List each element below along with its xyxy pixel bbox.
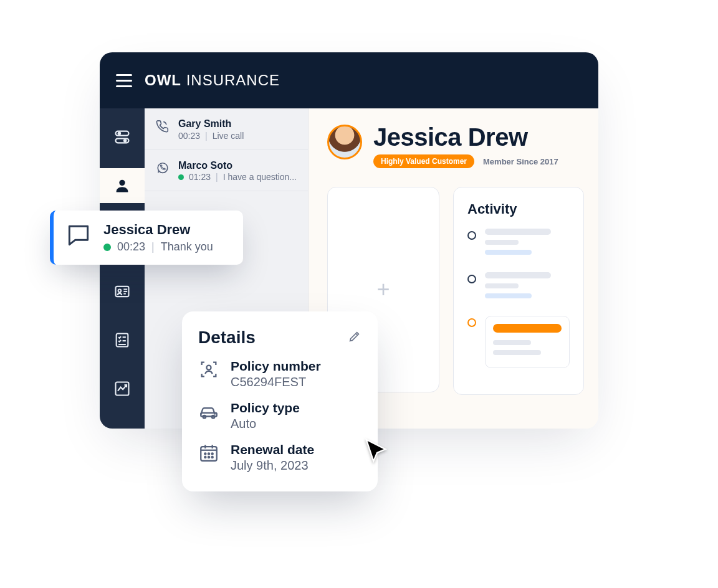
person-scan-icon (198, 359, 219, 380)
svg-point-26 (212, 453, 213, 455)
activity-panel: Activity (453, 187, 584, 395)
detail-row: Policy number C56294FEST (198, 359, 361, 389)
avatar (327, 125, 362, 159)
svg-point-29 (212, 457, 213, 458)
sidebar-item-chart[interactable] (100, 371, 145, 406)
selected-conversation-name: Jessica Drew (103, 222, 213, 238)
svg-point-6 (118, 290, 122, 293)
selected-conversation-meta: 00:23 | Thank you (103, 240, 213, 254)
detail-value: C56294FEST (231, 375, 321, 389)
svg-point-27 (204, 457, 206, 458)
brand-rest: INSURANCE (181, 72, 280, 88)
online-dot-icon (103, 244, 111, 251)
svg-point-3 (124, 140, 127, 142)
activity-item[interactable] (467, 316, 570, 368)
profile-name: Jessica Drew (373, 125, 558, 149)
svg-point-28 (208, 457, 209, 458)
bullet-icon (467, 275, 476, 283)
details-title: Details (198, 328, 256, 348)
svg-point-4 (119, 180, 125, 186)
menu-icon[interactable] (116, 74, 132, 87)
conversation-name: Marco Soto (178, 160, 297, 171)
conversation-meta: 00:23 | Live call (178, 131, 297, 141)
cursor-icon (363, 437, 391, 466)
online-dot-icon (178, 174, 184, 180)
conversation-item[interactable]: Gary Smith 00:23 | Live call (145, 108, 308, 150)
conversation-meta: 01:23 | I have a question... (178, 172, 297, 182)
svg-point-25 (208, 453, 209, 455)
car-icon (198, 401, 219, 422)
calendar-icon (198, 442, 219, 463)
plus-icon: + (376, 277, 390, 303)
chat-icon (64, 222, 93, 249)
detail-value: Auto (231, 417, 300, 431)
detail-row: Renewal date July 9th, 2023 (198, 442, 361, 473)
phone-icon (156, 120, 170, 133)
activity-item[interactable] (467, 272, 570, 303)
svg-point-24 (204, 453, 206, 455)
brand-title: OWL INSURANCE (145, 72, 280, 89)
activity-item[interactable] (467, 229, 570, 260)
detail-row: Policy type Auto (198, 401, 361, 431)
detail-value: July 9th, 2023 (231, 458, 314, 473)
sidebar-item-id-card[interactable] (100, 274, 145, 309)
details-card: Details Policy number C56294FEST (182, 311, 378, 491)
svg-point-1 (118, 132, 121, 135)
edit-icon[interactable] (348, 330, 361, 346)
detail-label: Policy number (231, 359, 321, 374)
topbar: OWL INSURANCE (100, 52, 598, 108)
sidebar-item-toggles[interactable] (100, 120, 145, 154)
profile-header: Jessica Drew Highly Valued Customer Memb… (327, 125, 584, 168)
bullet-icon (467, 231, 476, 240)
status-badge: Highly Valued Customer (373, 154, 474, 168)
sidebar-item-person[interactable] (100, 168, 145, 203)
sidebar (100, 108, 145, 429)
member-since: Member Since 2017 (483, 157, 558, 166)
conversation-name: Gary Smith (178, 118, 297, 130)
whatsapp-icon (156, 161, 170, 175)
detail-label: Renewal date (231, 442, 314, 457)
svg-point-16 (206, 366, 211, 370)
sidebar-item-checklist[interactable] (100, 323, 145, 358)
conversation-item[interactable]: Marco Soto 01:23 | I have a question... (145, 150, 308, 192)
detail-label: Policy type (231, 401, 300, 415)
bullet-icon (467, 318, 476, 327)
selected-conversation-card[interactable]: Jessica Drew 00:23 | Thank you (50, 211, 243, 265)
brand-bold: OWL (145, 72, 181, 88)
activity-title: Activity (467, 201, 570, 217)
